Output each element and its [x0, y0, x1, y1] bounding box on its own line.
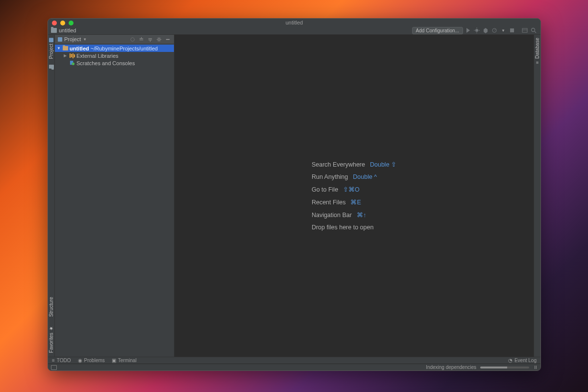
svg-point-11 [130, 37, 134, 41]
hint-drop-files: Drop files here to open [312, 224, 396, 231]
hint-recent-files: Recent Files ⌘E [312, 198, 396, 206]
select-opened-file-icon[interactable] [129, 36, 136, 43]
add-configuration-button[interactable]: Add Configuration... [412, 27, 463, 34]
gear-icon[interactable] [155, 36, 162, 43]
hint-run-anything: Run Anything Double ^ [312, 173, 396, 180]
library-icon [69, 53, 75, 58]
toolwin-event-log-label: Event Log [514, 358, 537, 363]
expand-all-icon[interactable] [138, 36, 145, 43]
run-icon[interactable] [464, 26, 472, 34]
tool-windows-toggle-icon[interactable] [51, 365, 57, 370]
sidebar-tab-bookmarks[interactable] [49, 65, 54, 69]
speech-icon: ◔ [508, 358, 513, 363]
terminal-icon: ▣ [112, 358, 116, 363]
hint-shortcut: Double ^ [353, 173, 377, 180]
ide-window: untitled untitled Add Configuration... ▼ [48, 18, 541, 371]
minimize-icon[interactable] [60, 21, 65, 25]
profile-icon[interactable] [490, 26, 498, 34]
hint-label: Go to File [312, 186, 338, 193]
hint-label: Recent Files [312, 199, 345, 206]
tool-window-bar: ≡ TODO ◉ Problems ▣ Terminal ◔ Event Log [48, 357, 540, 364]
layout-icon[interactable] [521, 26, 529, 34]
main-toolbar: untitled Add Configuration... ▼ [48, 26, 540, 35]
hint-label: Drop files here to open [312, 224, 373, 231]
sidebar-tab-favorites[interactable]: Favorites ★ [49, 326, 54, 353]
sidebar-tab-project-label: Project [49, 44, 54, 59]
zoom-icon[interactable] [69, 21, 74, 25]
tree-scratches-label: Scratches and Consoles [76, 60, 135, 66]
toolwin-problems[interactable]: ◉ Problems [78, 358, 105, 363]
sidebar-tab-structure[interactable]: Structure [49, 297, 54, 317]
sidebar-tab-database-label: Database [535, 38, 540, 59]
status-indexing-text: Indexing dependencies [426, 365, 476, 370]
svg-rect-6 [510, 28, 514, 32]
scratches-icon [69, 60, 75, 66]
toolwin-problems-label: Problems [84, 358, 105, 363]
toolwin-event-log[interactable]: ◔ Event Log [508, 358, 537, 363]
editor-area[interactable]: Search Everywhere Double ⇧ Run Anything … [174, 35, 534, 357]
search-icon[interactable] [530, 26, 538, 34]
toolwin-todo-label: TODO [57, 358, 71, 363]
window-title: untitled [286, 20, 303, 25]
pause-icon[interactable]: ⏸ [533, 365, 538, 370]
project-panel: Project ▼ ▼ untitled ~/RubymineProjects/… [55, 35, 174, 357]
hint-shortcut: ⌘↑ [357, 211, 366, 219]
hint-label: Navigation Bar [312, 212, 352, 219]
debug-icon[interactable] [473, 26, 481, 34]
folder-icon [49, 65, 54, 69]
svg-rect-7 [522, 28, 527, 32]
tree-scratches[interactable]: Scratches and Consoles [55, 59, 174, 67]
window-controls [52, 21, 74, 25]
hint-shortcut: ⌘E [350, 198, 361, 206]
hint-search-everywhere: Search Everywhere Double ⇧ [312, 161, 396, 168]
database-icon: ≡ [536, 60, 539, 65]
hint-shortcut: ⇧⌘O [343, 186, 360, 193]
toolwin-terminal-label: Terminal [118, 358, 137, 363]
toolwin-terminal[interactable]: ▣ Terminal [112, 358, 137, 363]
hint-label: Run Anything [312, 173, 348, 180]
project-tab-icon [49, 38, 53, 42]
tree-root-name: untitled [70, 46, 89, 51]
indexing-progress [480, 367, 529, 368]
project-panel-header: Project ▼ [55, 35, 174, 44]
hint-navigation-bar: Navigation Bar ⌘↑ [312, 211, 396, 219]
chevron-down-icon[interactable]: ▼ [83, 37, 87, 42]
folder-icon [51, 28, 57, 33]
svg-point-9 [532, 28, 535, 32]
folder-icon [62, 46, 68, 51]
hint-label: Search Everywhere [312, 161, 365, 168]
stop-icon[interactable] [508, 26, 516, 34]
project-tree: ▼ untitled ~/RubymineProjects/untitled ▶… [55, 44, 174, 68]
hide-icon[interactable] [164, 36, 171, 43]
chevron-down-icon: ▼ [57, 46, 61, 50]
titlebar: untitled [48, 19, 540, 26]
project-view-icon [58, 37, 62, 42]
breadcrumb-project[interactable]: untitled [59, 27, 76, 33]
left-tool-strip: Project Structure Favorites ★ [48, 35, 55, 357]
sidebar-tab-favorites-label: Favorites [49, 333, 54, 353]
status-bar: Indexing dependencies ⏸ [48, 364, 540, 370]
coverage-icon[interactable] [482, 26, 490, 34]
svg-point-0 [475, 29, 478, 32]
list-icon: ≡ [52, 358, 55, 363]
hint-shortcut: Double ⇧ [370, 161, 396, 168]
project-panel-title: Project [64, 36, 81, 42]
close-icon[interactable] [52, 21, 57, 25]
sidebar-tab-database[interactable]: ≡ Database [535, 38, 540, 65]
warning-icon: ◉ [78, 358, 82, 363]
svg-point-12 [158, 38, 160, 40]
svg-line-10 [535, 31, 536, 33]
tree-root[interactable]: ▼ untitled ~/RubymineProjects/untitled [55, 45, 174, 52]
toolwin-todo[interactable]: ≡ TODO [52, 358, 71, 363]
chevron-right-icon: ▶ [64, 53, 68, 58]
more-dropdown-icon[interactable]: ▼ [499, 26, 507, 34]
collapse-all-icon[interactable] [147, 36, 153, 43]
svg-point-15 [72, 63, 74, 65]
sidebar-tab-project[interactable]: Project [49, 38, 54, 59]
tree-external-libs-label: External Libraries [76, 53, 119, 59]
tree-root-path: ~/RubymineProjects/untitled [91, 46, 158, 51]
empty-editor-hints: Search Everywhere Double ⇧ Run Anything … [312, 155, 396, 236]
right-tool-strip: ≡ Database [534, 35, 540, 357]
tree-external-libs[interactable]: ▶ External Libraries [55, 52, 174, 59]
star-icon: ★ [49, 326, 53, 331]
